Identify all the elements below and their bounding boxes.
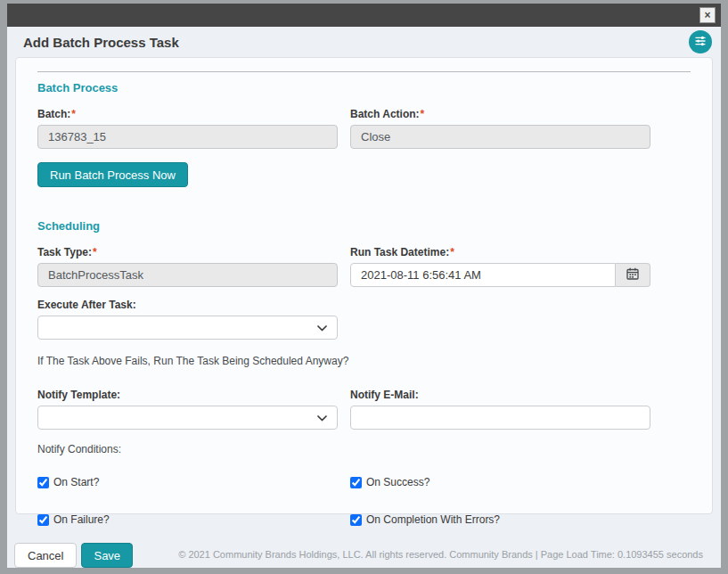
chevron-down-icon <box>317 321 327 334</box>
execute-after-task-select[interactable] <box>37 316 338 340</box>
notify-email-label: Notify E-Mail: <box>350 389 650 401</box>
section-title-scheduling: Scheduling <box>37 219 691 233</box>
checkbox-row-1: On Start? On Success? <box>37 476 691 488</box>
cancel-button[interactable]: Cancel <box>14 543 77 568</box>
run-batch-process-now-button[interactable]: Run Batch Process Now <box>37 162 188 187</box>
run-task-datetime-field-group: Run Task Datetime:* <box>350 246 650 287</box>
notify-template-select[interactable] <box>37 406 338 430</box>
section-spacer <box>37 187 691 219</box>
calendar-picker-button[interactable] <box>616 263 650 287</box>
batch-row: Batch:* Batch Action:* <box>37 108 691 160</box>
task-type-input <box>37 263 338 287</box>
execute-after-task-field-group: Execute After Task: <box>37 299 338 340</box>
action-buttons: Cancel Save <box>14 543 133 568</box>
notify-template-field-group: Notify Template: <box>37 389 338 430</box>
task-type-field-group: Task Type:* <box>37 246 338 287</box>
execute-after-task-label: Execute After Task: <box>37 299 338 311</box>
on-success-checkbox-item[interactable]: On Success? <box>350 476 650 488</box>
on-start-label: On Start? <box>53 476 99 488</box>
batch-action-input <box>350 125 650 149</box>
save-button[interactable]: Save <box>81 543 133 568</box>
required-marker: * <box>71 108 76 120</box>
modal-header: Add Batch Process Task <box>7 27 721 57</box>
task-type-label-text: Task Type: <box>37 246 92 258</box>
batch-input <box>37 125 338 149</box>
required-marker: * <box>421 108 425 120</box>
close-icon[interactable]: × <box>699 7 716 23</box>
dialog-titlebar: × <box>7 4 721 27</box>
batch-label: Batch:* <box>37 108 338 120</box>
task-type-label: Task Type:* <box>37 246 338 258</box>
run-task-datetime-label-text: Run Task Datetime: <box>350 246 449 258</box>
sliders-icon <box>694 35 707 50</box>
on-start-checkbox[interactable] <box>37 477 49 488</box>
window-frame: × Add Batch Process Task <box>0 0 728 574</box>
on-start-checkbox-item[interactable]: On Start? <box>37 476 338 488</box>
fail-question-text: If The Task Above Fails, Run The Task Be… <box>37 355 691 367</box>
notify-email-field-group: Notify E-Mail: <box>350 389 650 430</box>
batch-action-field-group: Batch Action:* <box>350 108 650 149</box>
section-title-batch-process: Batch Process <box>37 81 691 94</box>
notify-row: Notify Template: Notify E-Mail: <box>37 389 691 441</box>
bottom-bar: Cancel Save © 2021 Community Brands Hold… <box>7 514 721 568</box>
execute-after-row: Execute After Task: <box>37 299 691 351</box>
run-task-datetime-label: Run Task Datetime:* <box>350 246 650 258</box>
run-batch-row: Run Batch Process Now <box>37 162 691 187</box>
run-task-datetime-input[interactable] <box>350 263 616 287</box>
on-success-label: On Success? <box>366 476 429 488</box>
batch-action-label-text: Batch Action: <box>350 108 420 120</box>
calendar-icon <box>626 267 639 283</box>
task-row: Task Type:* Run Task Datetime:* <box>37 246 691 299</box>
notify-conditions-label: Notify Conditions: <box>37 443 691 455</box>
dialog-body: Add Batch Process Task <box>7 27 721 568</box>
page-title: Add Batch Process Task <box>23 35 179 50</box>
copyright-text: © 2021 Community Brands Holdings, LLC. A… <box>178 549 703 568</box>
notify-template-label: Notify Template: <box>37 389 338 401</box>
on-success-checkbox[interactable] <box>350 477 362 488</box>
batch-field-group: Batch:* <box>37 108 338 149</box>
panel-divider <box>37 71 691 72</box>
required-marker: * <box>450 246 454 258</box>
chevron-down-icon <box>317 411 327 424</box>
form-panel: Batch Process Batch:* Batch Action:* Run… <box>15 57 713 514</box>
batch-action-label: Batch Action:* <box>350 108 650 120</box>
empty-col <box>350 299 650 351</box>
datetime-input-group <box>350 263 650 287</box>
sliders-settings-button[interactable] <box>689 30 712 53</box>
batch-label-text: Batch: <box>37 108 70 120</box>
notify-email-input[interactable] <box>350 406 650 430</box>
required-marker: * <box>93 246 97 258</box>
